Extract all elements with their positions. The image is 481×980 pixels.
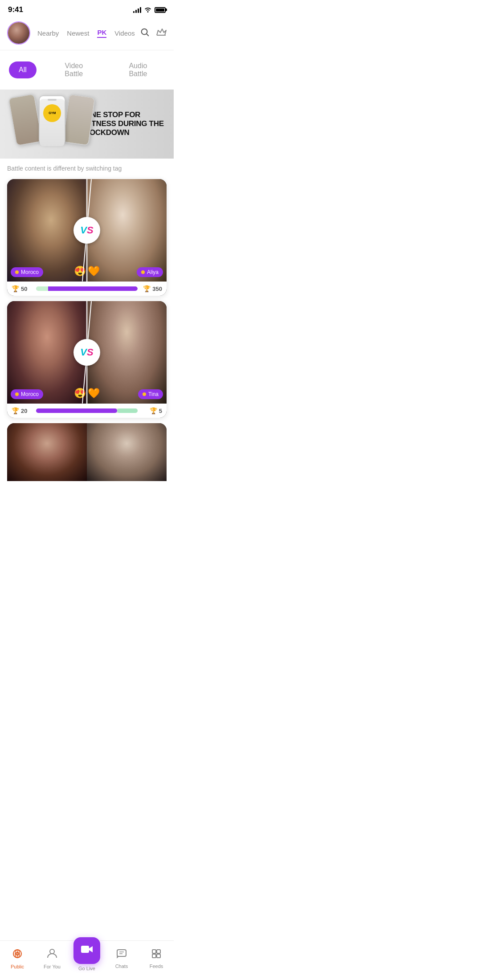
phone-center: GYM (39, 95, 65, 144)
svg-line-1 (147, 34, 148, 36)
trophy-right-2-icon: 🏆 (150, 407, 157, 414)
progress-right-1: 🏆 350 (138, 285, 162, 292)
battle-card-1[interactable]: Moroco VS 😍 🧡 Aliya (7, 179, 167, 296)
phone-left (8, 93, 43, 146)
emoji-right-1: 🧡 (88, 265, 100, 277)
status-time: 9:41 (8, 5, 23, 14)
emoji-center-2: 😍 🧡 (74, 388, 100, 399)
battle-images-1: Moroco VS 😍 🧡 Aliya (7, 179, 167, 282)
section-hint: Battle content is different by switching… (0, 159, 174, 176)
trophy-left-icon: 🏆 (12, 285, 19, 292)
battle-progress-1: 🏆 50 🏆 350 (7, 282, 167, 296)
wifi-icon (144, 6, 152, 14)
score-right-1: 350 (152, 286, 162, 292)
battle-card-2[interactable]: Moroco VS 😍 🧡 Tina 🏆 2 (7, 301, 167, 418)
user-dot (15, 270, 19, 274)
vs-badge-2: VS (73, 339, 100, 366)
user-badge-left-1: Moroco (11, 267, 43, 277)
progress-bar-2 (36, 408, 138, 413)
progress-fill-left-2 (36, 408, 117, 413)
battle-card-3-partial[interactable] (7, 423, 167, 481)
promo-banner[interactable]: GYM ONE STOP FOR FITNESS DURING THE LOCK… (0, 90, 174, 159)
score-left-1: 50 (21, 286, 27, 292)
emoji-left-1: 😍 (74, 265, 86, 277)
emoji-left-2: 😍 (74, 388, 86, 399)
header-icons (140, 27, 167, 39)
filter-video-battle[interactable]: Video Battle (47, 57, 101, 82)
user-badge-right-1: Aliya (137, 267, 163, 277)
battle-left-3 (7, 423, 87, 481)
nav-pk[interactable]: PK (97, 29, 106, 38)
user-dot-right-2 (143, 392, 146, 396)
progress-left-1: 🏆 50 (12, 285, 36, 292)
crown-icon[interactable] (156, 27, 167, 39)
score-right-2: 5 (159, 408, 162, 414)
progress-fill-right-1 (48, 286, 138, 291)
nav-newest[interactable]: Newest (67, 29, 89, 37)
trophy-right-icon: 🏆 (143, 285, 151, 292)
progress-fill-left-1 (36, 286, 48, 291)
nav-videos[interactable]: Videos (114, 29, 135, 37)
nav-nearby[interactable]: Nearby (37, 29, 59, 37)
signal-icon (133, 7, 141, 13)
right-username-2: Tina (148, 391, 159, 397)
emoji-right-2: 🧡 (88, 388, 100, 399)
battery-icon (155, 7, 166, 13)
banner-text: ONE STOP FOR FITNESS DURING THE LOCKDOWN (85, 110, 168, 138)
nav-links: Nearby Newest PK Videos (37, 29, 135, 38)
battle-progress-2: 🏆 20 🏆 5 (7, 404, 167, 418)
user-badge-right-2: Tina (138, 389, 163, 399)
main-content: All Video Battle Audio Battle GYM (0, 50, 174, 521)
progress-bar-1 (36, 286, 138, 291)
search-icon[interactable] (140, 27, 150, 39)
banner-phones: GYM (0, 90, 96, 159)
user-badge-left-2: Moroco (11, 389, 43, 399)
filter-all[interactable]: All (9, 61, 37, 78)
battle-right-3 (87, 423, 167, 481)
emoji-center-1: 😍 🧡 (74, 265, 100, 277)
score-left-2: 20 (21, 408, 27, 414)
battle-images-3 (7, 423, 167, 481)
vs-badge-1: VS (73, 217, 100, 244)
left-username-1: Moroco (21, 269, 39, 275)
progress-fill-right-2 (117, 408, 138, 413)
user-avatar[interactable] (7, 21, 30, 45)
progress-left-2: 🏆 20 (12, 407, 36, 414)
filter-tabs: All Video Battle Audio Battle (0, 50, 174, 90)
left-username-2: Moroco (21, 391, 39, 397)
user-dot-right (141, 270, 145, 274)
progress-right-2: 🏆 5 (138, 407, 162, 414)
battle-images-2: Moroco VS 😍 🧡 Tina (7, 301, 167, 404)
phone-right (62, 94, 96, 146)
trophy-left-2-icon: 🏆 (12, 407, 19, 414)
status-icons (133, 6, 166, 14)
user-dot-2 (15, 392, 19, 396)
status-bar: 9:41 (0, 0, 174, 18)
header-nav: Nearby Newest PK Videos (0, 18, 174, 50)
banner-title: ONE STOP FOR FITNESS DURING THE LOCKDOWN (85, 110, 168, 138)
filter-audio-battle[interactable]: Audio Battle (111, 57, 165, 82)
right-username-1: Aliya (147, 269, 159, 275)
